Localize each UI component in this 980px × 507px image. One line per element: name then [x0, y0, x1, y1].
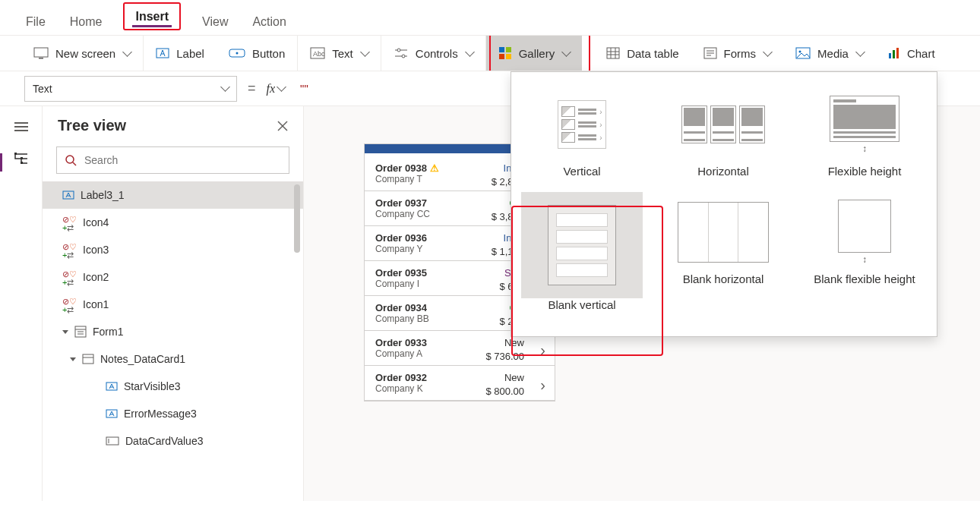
tree-search[interactable] [56, 146, 289, 174]
tree-item-datacardvalue3[interactable]: DataCardValue3 [43, 427, 303, 455]
tree-view-icon[interactable] [14, 152, 29, 165]
order-row[interactable]: Order 0932Company KNew$ 800.00› [365, 366, 555, 401]
label-icon [106, 408, 118, 420]
iconstate-icon: ⊘♡+⇄ [62, 294, 77, 314]
tree-item-label: Icon1 [83, 298, 109, 310]
tree-item-icon3[interactable]: ⊘♡+⇄Icon3 [43, 236, 303, 263]
media-label: Media [817, 47, 849, 60]
horizontal-label: Horizontal [697, 165, 749, 178]
input-icon [106, 436, 119, 446]
button-icon [229, 47, 245, 59]
tree-item-icon4[interactable]: ⊘♡+⇄Icon4 [43, 209, 303, 236]
hamburger-icon[interactable] [14, 120, 28, 134]
svg-rect-15 [607, 48, 619, 58]
fx-button[interactable]: fx [267, 82, 286, 96]
chevron-down-icon [220, 83, 229, 95]
data-table-button[interactable]: Data table [594, 36, 691, 71]
gallery-flexible[interactable]: ↕ Flexible height [794, 80, 935, 187]
search-icon [65, 154, 77, 166]
warning-icon: ⚠ [430, 162, 439, 174]
chart-icon [888, 47, 900, 59]
media-button[interactable]: Media [783, 36, 876, 71]
menu-home[interactable]: Home [67, 12, 106, 30]
tree-item-notes_datacard1[interactable]: Notes_DataCard1 [43, 345, 303, 373]
svg-point-10 [402, 55, 405, 58]
data-table-label: Data table [627, 47, 678, 60]
button-text: Button [252, 47, 285, 60]
gallery-blank-flexible[interactable]: ↕ Blank flexible height [794, 187, 935, 321]
ribbon: New screen Label Button Abc Text Control… [0, 35, 980, 71]
controls-icon [394, 47, 409, 59]
new-screen-button[interactable]: New screen [21, 36, 144, 71]
tree-title: Tree view [58, 117, 126, 134]
data-table-icon [606, 47, 620, 59]
forms-button[interactable]: Forms [691, 36, 784, 71]
chevron-right-icon[interactable]: › [540, 376, 545, 394]
formula-value[interactable]: "" [300, 82, 308, 95]
charts-label: Chart [907, 47, 935, 60]
text-label: Text [332, 47, 353, 60]
text-button[interactable]: Abc Text [298, 36, 381, 71]
close-icon[interactable] [277, 121, 288, 131]
highlight-insert: Insert [123, 2, 181, 30]
expand-icon[interactable] [70, 357, 76, 361]
gallery-dropdown: › › › Vertical Horizontal ↕ Flexible hei… [511, 71, 937, 337]
forms-label: Forms [724, 47, 757, 60]
tree-item-icon2[interactable]: ⊘♡+⇄Icon2 [43, 263, 303, 291]
media-icon [795, 47, 811, 59]
controls-button[interactable]: Controls [381, 36, 486, 71]
label-icon [62, 189, 74, 201]
chevron-down-icon [855, 47, 864, 60]
tree-item-label: Icon3 [83, 244, 109, 256]
tree-item-label: ErrorMessage3 [124, 408, 197, 420]
search-input[interactable] [83, 153, 281, 167]
chevron-down-icon [763, 47, 771, 60]
iconstate-icon: ⊘♡+⇄ [62, 213, 77, 232]
order-amount: $ 800.00 [485, 386, 524, 397]
scrollbar[interactable] [294, 184, 300, 253]
svg-point-34 [66, 156, 74, 163]
blank-flexible-pictogram: ↕ [815, 192, 914, 272]
chevron-down-icon [360, 47, 368, 60]
expand-icon[interactable] [62, 330, 68, 334]
property-name: Text [33, 83, 52, 95]
svg-rect-26 [889, 53, 891, 58]
tree-item-errormessage3[interactable]: ErrorMessage3 [43, 400, 303, 427]
tree-item-label: Form1 [93, 326, 123, 338]
button-button[interactable]: Button [217, 36, 298, 71]
highlight-gallery [489, 35, 590, 71]
active-indicator [0, 153, 2, 172]
tree-item-label: Icon2 [83, 271, 109, 283]
menubar: File Home Insert View Action [0, 0, 980, 35]
svg-rect-29 [14, 153, 17, 155]
blank-flexible-label: Blank flexible height [814, 272, 915, 286]
left-rail [0, 106, 43, 501]
svg-rect-31 [21, 162, 23, 164]
tree-list: Label3_1⊘♡+⇄Icon4⊘♡+⇄Icon3⊘♡+⇄Icon2⊘♡+⇄I… [43, 181, 303, 501]
blank-horizontal-label: Blank horizontal [683, 272, 764, 286]
tree-item-label3_1[interactable]: Label3_1 [43, 181, 303, 209]
tree-item-icon1[interactable]: ⊘♡+⇄Icon1 [43, 291, 303, 318]
flexible-pictogram: ↕ [815, 84, 914, 165]
menu-view[interactable]: View [199, 12, 231, 30]
gallery-blank-horizontal[interactable]: Blank horizontal [653, 187, 794, 321]
form-icon [74, 326, 87, 338]
svg-point-4 [236, 52, 238, 55]
property-selector[interactable]: Text [24, 76, 237, 102]
controls-label: Controls [416, 47, 458, 60]
svg-point-25 [799, 51, 801, 53]
tree-panel: Tree view Label3_1⊘♡+⇄Icon4⊘♡+⇄Icon3⊘♡+⇄… [43, 106, 304, 501]
gallery-vertical[interactable]: › › › Vertical [511, 80, 653, 187]
menu-insert[interactable]: Insert [132, 7, 172, 27]
gallery-horizontal[interactable]: Horizontal [653, 80, 794, 187]
label-text: Label [176, 47, 204, 60]
label-button[interactable]: Label [144, 36, 217, 71]
charts-button[interactable]: Chart [876, 36, 947, 71]
tree-item-starvisible3[interactable]: StarVisible3 [43, 373, 303, 400]
menu-file[interactable]: File [23, 12, 49, 30]
blank-horizontal-pictogram [674, 192, 773, 272]
tree-item-form1[interactable]: Form1 [43, 318, 303, 345]
vertical-label: Vertical [563, 165, 600, 178]
menu-action[interactable]: Action [249, 12, 289, 30]
screen-icon [33, 47, 49, 59]
